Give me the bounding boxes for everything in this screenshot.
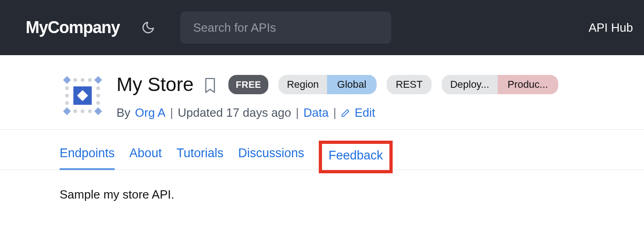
highlight-annotation: Feedback xyxy=(319,141,393,173)
api-hub-link[interactable]: API Hub xyxy=(588,21,633,35)
rest-chip: REST xyxy=(387,75,432,94)
svg-point-11 xyxy=(96,86,100,90)
tab-discussions[interactable]: Discussions xyxy=(238,141,304,170)
svg-rect-16 xyxy=(63,108,71,115)
svg-point-7 xyxy=(88,109,92,113)
separator: | xyxy=(333,106,336,120)
title-row: My Store FREE Region Global REST Deploy.… xyxy=(117,74,644,96)
byline-prefix: By xyxy=(117,106,130,120)
tab-about[interactable]: About xyxy=(129,141,162,170)
svg-point-10 xyxy=(65,101,69,105)
region-chip-value: Global xyxy=(327,75,377,94)
svg-point-13 xyxy=(96,101,100,105)
byline: By Org A | Updated 17 days ago | Data | … xyxy=(117,106,644,120)
deploy-chip-value: Produc... xyxy=(498,75,558,94)
svg-point-6 xyxy=(81,109,84,113)
api-meta: My Store FREE Region Global REST Deploy.… xyxy=(117,73,644,120)
svg-point-2 xyxy=(73,78,77,82)
tab-tutorials[interactable]: Tutorials xyxy=(177,141,224,170)
region-chip[interactable]: Region Global xyxy=(278,75,376,94)
tabs: Endpoints About Tutorials Discussions Fe… xyxy=(0,130,644,170)
svg-point-8 xyxy=(65,86,69,90)
svg-point-12 xyxy=(96,94,100,97)
deploy-chip[interactable]: Deploy... Produc... xyxy=(442,75,558,94)
api-description: Sample my store API. xyxy=(60,188,644,202)
edit-label: Edit xyxy=(355,106,375,120)
separator: | xyxy=(170,106,173,120)
bookmark-button[interactable] xyxy=(204,77,218,92)
top-header: MyCompany API Hub xyxy=(0,0,644,55)
theme-toggle[interactable] xyxy=(139,18,157,37)
bookmark-icon xyxy=(204,77,217,94)
svg-rect-15 xyxy=(94,76,102,84)
api-icon xyxy=(60,73,105,119)
svg-point-9 xyxy=(65,94,69,97)
category-link[interactable]: Data xyxy=(304,106,329,120)
region-chip-key: Region xyxy=(278,79,327,91)
svg-rect-17 xyxy=(94,108,102,115)
org-link[interactable]: Org A xyxy=(135,106,165,120)
svg-point-4 xyxy=(88,78,92,82)
updated-text: Updated 17 days ago xyxy=(178,106,291,120)
free-badge: FREE xyxy=(228,75,268,94)
edit-link[interactable]: Edit xyxy=(341,106,375,120)
brand-logo[interactable]: MyCompany xyxy=(26,18,120,37)
search-input[interactable] xyxy=(180,11,391,44)
api-header: My Store FREE Region Global REST Deploy.… xyxy=(0,55,644,130)
moon-icon xyxy=(141,21,155,34)
deploy-chip-key: Deploy... xyxy=(442,79,497,91)
search-container xyxy=(180,11,391,44)
separator: | xyxy=(296,106,299,120)
tab-endpoints[interactable]: Endpoints xyxy=(60,141,115,170)
content-area: Sample my store API. xyxy=(0,170,644,202)
tab-feedback[interactable]: Feedback xyxy=(328,147,383,165)
svg-rect-14 xyxy=(63,76,71,84)
svg-point-5 xyxy=(73,109,77,113)
svg-point-3 xyxy=(81,78,84,82)
pencil-icon xyxy=(341,108,350,118)
api-title: My Store xyxy=(117,74,194,96)
